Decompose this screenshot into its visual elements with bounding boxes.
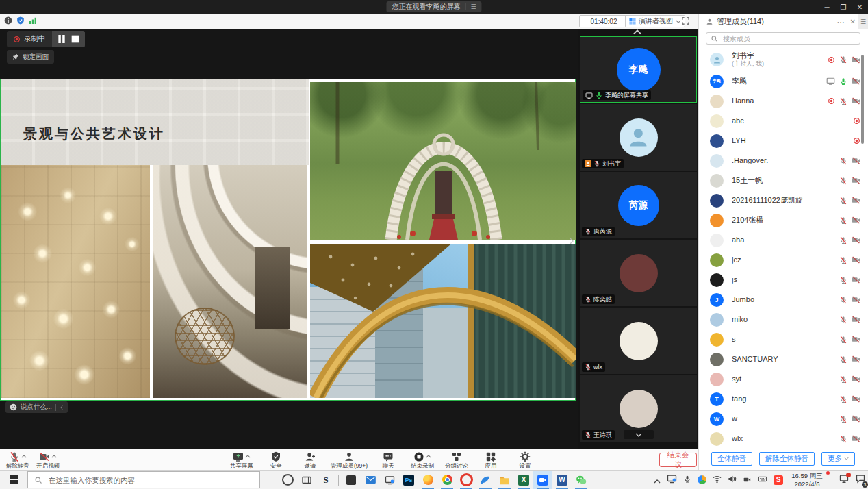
member-row[interactable]: syt	[699, 369, 865, 389]
toolbar-item-stop-record[interactable]: 结束录制	[409, 451, 436, 471]
explorer-icon[interactable]	[495, 471, 514, 489]
chevron-left-icon[interactable]	[60, 405, 64, 410]
toolbar-item-shield-dark[interactable]: 安全	[262, 451, 290, 471]
maximize-button[interactable]: ❐	[835, 0, 852, 14]
video-tile[interactable]: wlx	[580, 308, 697, 374]
pause-recording-button[interactable]	[56, 34, 67, 45]
microphone-tray-icon[interactable]	[683, 474, 691, 486]
opera-icon[interactable]	[457, 471, 476, 489]
notification-app-icon[interactable]	[839, 474, 849, 486]
taskbar-clock[interactable]: 16:59 周三 2022/4/6	[786, 472, 828, 488]
video-tile[interactable]: 李飚李飚的屏幕共享	[580, 36, 697, 103]
member-row[interactable]: .Hangover.	[699, 151, 865, 171]
dark-app-icon[interactable]	[342, 471, 361, 489]
member-row[interactable]: Hanna	[699, 91, 865, 111]
word-icon[interactable]: W	[552, 471, 572, 489]
member-row[interactable]: SANCTUARY	[699, 349, 865, 369]
photoshop-icon[interactable]: Ps	[399, 471, 418, 489]
member-search-input[interactable]	[722, 34, 856, 43]
member-row[interactable]: JJumbo	[699, 290, 865, 310]
ime-icon[interactable]	[758, 474, 767, 486]
scroll-up-chevron-icon[interactable]	[633, 29, 642, 35]
member-avatar: J	[710, 293, 724, 307]
tile-expand-chevron[interactable]	[624, 430, 654, 439]
toolbar-item-members[interactable]: 管理成员(99+)	[331, 451, 368, 471]
qq-icon[interactable]	[698, 475, 706, 484]
member-list-scrollbar[interactable]	[861, 55, 864, 144]
chrome-icon[interactable]	[437, 471, 457, 489]
video-tile[interactable]: 陈奕皓	[580, 240, 697, 306]
video-tile[interactable]: 芮源唐芮源	[580, 172, 697, 238]
wing-app-icon[interactable]	[476, 471, 495, 489]
display-app-icon[interactable]	[380, 471, 399, 489]
member-row[interactable]: 李飚李飚	[699, 71, 865, 91]
taskbar-search-input[interactable]	[47, 475, 253, 485]
member-row[interactable]: wlx	[699, 429, 865, 447]
member-row[interactable]: 刘书宇(主持人, 我)	[699, 48, 865, 71]
member-row[interactable]: 202161111022庞凯旋	[699, 190, 865, 210]
mail-icon[interactable]	[361, 471, 380, 489]
panel-more-icon[interactable]: ···	[837, 18, 845, 26]
capture-icon[interactable]	[667, 474, 677, 486]
chevron-up-icon[interactable]	[51, 455, 57, 458]
tile-footer: 王诗琪	[582, 430, 615, 440]
chevron-up-icon[interactable]	[426, 455, 431, 458]
toolbar-item-invite[interactable]: 邀请	[296, 451, 324, 471]
app-s-icon[interactable]: S	[316, 471, 335, 489]
member-row[interactable]: js	[699, 270, 865, 290]
chevron-up-icon[interactable]	[654, 474, 661, 486]
mute-all-button[interactable]: 全体静音	[711, 452, 752, 466]
network-icon[interactable]	[713, 474, 722, 486]
cortana-icon[interactable]	[278, 471, 297, 489]
banner-menu-icon[interactable]: ☰	[470, 3, 476, 10]
member-row[interactable]: miko	[699, 310, 865, 329]
video-tile[interactable]: 刘书宇	[580, 104, 697, 171]
member-row[interactable]: Ttang	[699, 389, 865, 409]
action-center-icon[interactable]: 3	[856, 474, 865, 486]
minimize-button[interactable]: ─	[819, 0, 835, 14]
wechat-icon[interactable]	[572, 471, 591, 489]
member-row[interactable]: abc	[699, 111, 865, 131]
toolbar-item-gear[interactable]: 设置	[511, 451, 539, 471]
member-row[interactable]: 2104张楹	[699, 210, 865, 230]
end-meeting-button[interactable]: 结束会议	[659, 453, 697, 467]
firefox-icon[interactable]	[418, 471, 437, 489]
toolbar-item-mic-muted-big[interactable]: 解除静音	[4, 451, 31, 471]
member-row[interactable]: aha	[699, 230, 865, 250]
fullscreen-icon[interactable]	[682, 17, 689, 25]
view-mode-selector[interactable]: 演讲者视图	[625, 15, 685, 27]
start-button[interactable]	[0, 471, 27, 489]
toolbar-item-chat[interactable]: 聊天	[374, 451, 402, 471]
toolbar-item-cam-off-big[interactable]: 开启视频	[34, 451, 62, 471]
member-row[interactable]: LYH	[699, 131, 865, 151]
meeting-icon[interactable]	[533, 471, 552, 489]
more-button[interactable]: 更多	[821, 452, 855, 466]
unmute-all-button[interactable]: 解除全体静音	[759, 452, 815, 466]
meeting-timer: 01:40:02	[579, 15, 628, 27]
member-row[interactable]: Ww	[699, 409, 865, 429]
sogou-icon[interactable]: S	[774, 475, 783, 485]
panel-close-icon[interactable]: ✕	[850, 18, 856, 25]
toolbar-item-breakout[interactable]: 分组讨论	[443, 451, 470, 471]
member-name-text: 2104张楹	[732, 216, 822, 225]
close-button[interactable]: ✕	[852, 0, 868, 14]
stop-recording-button[interactable]	[70, 34, 81, 45]
chevron-up-icon[interactable]	[21, 455, 27, 458]
camera-tray-icon[interactable]	[743, 474, 752, 486]
chevron-right-icon[interactable]	[568, 236, 575, 247]
video-tile[interactable]: 王诗琪	[580, 375, 697, 442]
task-view-icon[interactable]	[297, 471, 316, 489]
member-name-text: 刘书宇	[732, 51, 822, 61]
toolbar-item-share-screen[interactable]: 共享屏幕	[228, 451, 255, 471]
member-row[interactable]: 15王一帆	[699, 171, 865, 190]
quick-chat-bar[interactable]: 说点什么...	[5, 401, 68, 413]
excel-icon[interactable]: X	[514, 471, 533, 489]
toolbar-item-apps[interactable]: 应用	[477, 451, 505, 471]
panel-hamburger-icon[interactable]: ☰	[858, 14, 868, 29]
volume-icon[interactable]	[728, 474, 737, 486]
member-row[interactable]: jcz	[699, 250, 865, 270]
muted-mic-icon	[839, 435, 847, 443]
member-row[interactable]: s	[699, 329, 865, 349]
chevron-up-icon[interactable]	[245, 455, 251, 458]
pin-view-button[interactable]: 锁定画面	[7, 50, 54, 64]
